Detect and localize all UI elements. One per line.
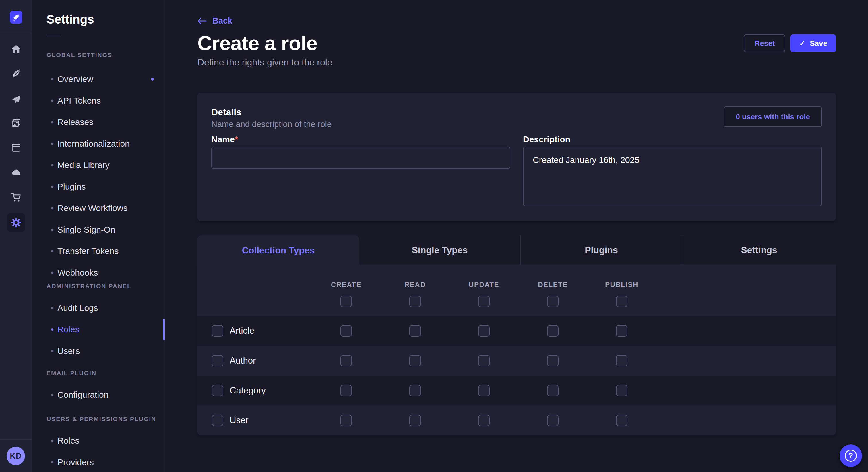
permissions-tabs: Collection Types Single Types Plugins Se… (197, 235, 836, 265)
subnav-item-users[interactable]: Users (32, 340, 165, 362)
user-update-checkbox[interactable] (478, 415, 490, 426)
article-update-checkbox[interactable] (478, 325, 490, 337)
bullet (51, 186, 53, 188)
bullet (51, 121, 53, 123)
layout-icon (11, 142, 21, 153)
subnav-item-media-library[interactable]: Media Library (32, 154, 165, 176)
permissions-header: CREATE READ UPDATE DELETE (197, 265, 836, 316)
nav-media-library[interactable] (7, 114, 25, 133)
author-publish-checkbox[interactable] (616, 355, 627, 367)
author-delete-checkbox[interactable] (547, 355, 559, 367)
section-label: EMAIL PLUGIN (32, 367, 165, 379)
user-delete-checkbox[interactable] (547, 415, 559, 426)
feather-icon (11, 68, 21, 78)
name-input[interactable] (211, 146, 510, 169)
category-publish-checkbox[interactable] (616, 385, 627, 396)
permission-row-user: User (197, 405, 836, 435)
bullet (51, 78, 53, 80)
paper-plane-icon (11, 94, 21, 105)
nav-deploy[interactable] (7, 90, 25, 109)
user-avatar[interactable]: KD (7, 447, 25, 465)
author-create-checkbox[interactable] (340, 355, 352, 367)
user-create-checkbox[interactable] (340, 415, 352, 426)
row-select-checkbox[interactable] (212, 325, 223, 337)
bullet (51, 461, 53, 463)
tab-plugins[interactable]: Plugins (520, 235, 682, 265)
subnav-item-webhooks[interactable]: Webhooks (32, 262, 165, 283)
tab-collection-types[interactable]: Collection Types (197, 235, 359, 265)
permissions-table: CREATE READ UPDATE DELETE (197, 265, 836, 435)
subnav-item-transfer-tokens[interactable]: Transfer Tokens (32, 240, 165, 262)
help-icon: ? (845, 450, 857, 462)
user-read-checkbox[interactable] (409, 415, 421, 426)
bullet (51, 328, 53, 331)
name-field: Name* (211, 134, 510, 207)
select-all-delete-checkbox[interactable] (547, 296, 559, 307)
details-card: Details Name and description of the role… (197, 93, 836, 221)
article-read-checkbox[interactable] (409, 325, 421, 337)
bullet (51, 394, 53, 396)
category-read-checkbox[interactable] (409, 385, 421, 396)
notification-dot (151, 78, 154, 80)
section-label: USERS & PERMISSIONS PLUGIN (32, 413, 165, 425)
bullet (51, 207, 53, 209)
back-link[interactable]: Back (197, 0, 232, 26)
subnav-item-up-roles[interactable]: Roles (32, 430, 165, 451)
description-textarea[interactable]: Created January 16th, 2025 (523, 146, 822, 206)
nav-marketplace[interactable] (7, 188, 25, 206)
cart-icon (11, 192, 22, 203)
subnav-item-review-workflows[interactable]: Review Workflows (32, 197, 165, 219)
nav-home[interactable] (7, 40, 25, 58)
category-delete-checkbox[interactable] (547, 385, 559, 396)
category-update-checkbox[interactable] (478, 385, 490, 396)
subnav-item-roles[interactable]: Roles (32, 318, 165, 340)
nav-settings[interactable] (7, 213, 25, 232)
article-publish-checkbox[interactable] (616, 325, 627, 337)
select-all-publish-checkbox[interactable] (616, 296, 627, 307)
user-publish-checkbox[interactable] (616, 415, 627, 426)
permission-row-category: Category (197, 376, 836, 405)
select-all-create-checkbox[interactable] (340, 296, 352, 307)
row-select-checkbox[interactable] (212, 415, 223, 426)
subnav-item-configuration[interactable]: Configuration (32, 384, 165, 405)
save-button[interactable]: ✓ Save (790, 34, 836, 52)
nav-content-manager[interactable] (7, 64, 25, 82)
subnav-item-single-sign-on[interactable]: Single Sign-On (32, 219, 165, 240)
subnav-item-api-tokens[interactable]: API Tokens (32, 90, 165, 111)
row-select-checkbox[interactable] (212, 385, 223, 396)
nav-content-type-builder[interactable] (7, 138, 25, 157)
select-all-read-checkbox[interactable] (409, 296, 421, 307)
author-read-checkbox[interactable] (409, 355, 421, 367)
select-all-update-checkbox[interactable] (478, 296, 490, 307)
rail-divider-bottom (0, 439, 32, 440)
subnav-item-internationalization[interactable]: Internationalization (32, 133, 165, 154)
subnav-item-releases[interactable]: Releases (32, 111, 165, 133)
active-indicator (163, 319, 165, 340)
subnav-item-providers[interactable]: Providers (32, 451, 165, 472)
tab-settings[interactable]: Settings (682, 235, 836, 265)
subnav-item-plugins[interactable]: Plugins (32, 176, 165, 197)
subnav-item-overview[interactable]: Overview (32, 68, 165, 90)
row-select-checkbox[interactable] (212, 355, 223, 367)
article-delete-checkbox[interactable] (547, 325, 559, 337)
settings-subnav: Settings GLOBAL SETTINGS Overview API To… (32, 0, 165, 472)
permission-row-author: Author (197, 346, 836, 376)
back-arrow-icon (197, 17, 207, 25)
article-create-checkbox[interactable] (340, 325, 352, 337)
users-with-role-button[interactable]: 0 users with this role (724, 106, 822, 127)
home-icon (11, 44, 21, 54)
strapi-logo[interactable] (10, 11, 22, 24)
category-create-checkbox[interactable] (340, 385, 352, 396)
nav-cloud[interactable] (7, 163, 25, 181)
tab-single-types[interactable]: Single Types (359, 235, 520, 265)
rail-divider (0, 32, 32, 32)
column-delete: DELETE (518, 281, 587, 307)
bullet (51, 250, 53, 252)
author-update-checkbox[interactable] (478, 355, 490, 367)
page-subtitle: Define the rights given to the role (197, 57, 836, 68)
column-read: READ (381, 281, 450, 307)
reset-button[interactable]: Reset (744, 34, 785, 52)
help-button[interactable]: ? (840, 444, 862, 467)
page-title: Create a role (197, 32, 317, 54)
subnav-item-audit-logs[interactable]: Audit Logs (32, 297, 165, 318)
